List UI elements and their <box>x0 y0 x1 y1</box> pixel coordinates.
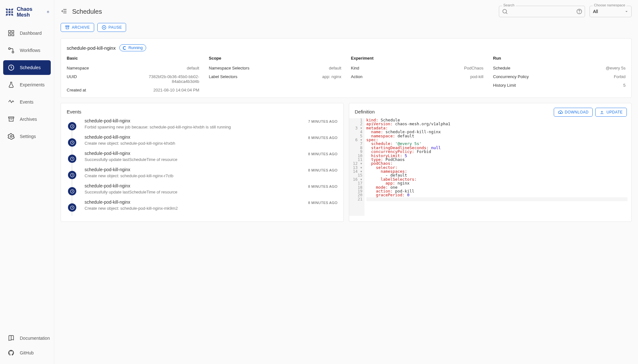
code-editor[interactable]: 123 ▾456 ▾789101112 ▾13 ▾14 ▾1516 ▾17181… <box>349 118 632 216</box>
event-time: 7 MINUTES AGO <box>308 118 337 123</box>
kv-key: Kind <box>351 66 359 70</box>
event-item[interactable]: schedule-pod-kill-nginxCreate new object… <box>67 135 338 151</box>
pause-button[interactable]: PAUSE <box>97 23 126 32</box>
search-field: Search <box>499 6 585 17</box>
svg-rect-20 <box>12 34 14 36</box>
sidebar-item-label: Events <box>20 99 34 105</box>
sidebar-item-label: GitHub <box>20 350 34 355</box>
svg-point-21 <box>9 48 11 50</box>
sidebar-item-label: Archives <box>20 117 37 122</box>
logo[interactable]: Chaos Mesh® <box>0 0 54 26</box>
chaos-mesh-icon <box>5 7 14 17</box>
event-desc: Create new object: schedule-pod-kill-ngi… <box>85 206 178 211</box>
svg-point-16 <box>11 14 13 16</box>
svg-point-12 <box>9 11 10 13</box>
svg-rect-24 <box>9 117 14 118</box>
event-desc: Create new object: schedule-pod-kill-ngi… <box>85 141 175 146</box>
update-button[interactable]: UPDATE <box>595 108 627 117</box>
svg-point-13 <box>11 11 13 13</box>
kv-value: 7382bf2b-0b36-45b0-bb02-84abca4b3d4b <box>148 74 199 84</box>
search-input[interactable] <box>499 6 585 17</box>
collapse-sidebar-button[interactable] <box>61 8 68 16</box>
gear-icon <box>8 133 15 140</box>
help-icon[interactable] <box>576 8 582 16</box>
svg-point-34 <box>102 25 106 29</box>
section-title: Experiment <box>351 56 484 61</box>
event-time: 8 MINUTES AGO <box>308 135 337 140</box>
action-row: ARCHIVE PAUSE <box>61 23 632 32</box>
section-title: Run <box>493 56 626 61</box>
svg-point-10 <box>11 9 13 10</box>
event-title: schedule-pod-kill-nginx <box>85 151 177 156</box>
clock-icon <box>68 155 76 163</box>
sidebar-item-experiments[interactable]: Experiments <box>3 77 51 92</box>
workflows-icon <box>8 47 15 54</box>
book-icon <box>8 335 15 342</box>
event-desc: Successfully update lastScheduleTime of … <box>85 157 177 162</box>
search-label: Search <box>502 3 516 7</box>
schedule-name: schedule-pod-kill-nginx <box>67 45 116 51</box>
event-title: schedule-pod-kill-nginx <box>85 167 173 172</box>
svg-point-25 <box>10 135 12 137</box>
event-item[interactable]: schedule-pod-kill-nginxSuccessfully upda… <box>67 183 338 200</box>
archive-icon <box>65 25 70 30</box>
sidebar-item-settings[interactable]: Settings <box>3 129 51 144</box>
sidebar-item-dashboard[interactable]: Dashboard <box>3 26 51 40</box>
kv-value: default <box>187 66 199 70</box>
sidebar-item-events[interactable]: Events <box>3 95 51 109</box>
namespace-select[interactable]: All <box>589 6 632 17</box>
spinner-icon <box>123 46 126 50</box>
svg-point-32 <box>579 13 580 13</box>
svg-rect-19 <box>9 34 11 36</box>
sidebar-item-workflows[interactable]: Workflows <box>3 43 51 58</box>
svg-point-8 <box>6 9 8 10</box>
event-time: 8 MINUTES AGO <box>308 183 337 188</box>
clock-icon <box>68 171 76 179</box>
scope-section: Scope Namespace Selectorsdefault Label S… <box>209 56 341 94</box>
archive-button[interactable]: ARCHIVE <box>61 23 94 32</box>
sidebar-item-github[interactable]: GitHub <box>3 346 51 360</box>
section-title: Basic <box>67 56 199 61</box>
sidebar-item-documentation[interactable]: Documentation <box>3 331 51 346</box>
event-item[interactable]: schedule-pod-kill-nginxCreate new object… <box>67 167 338 183</box>
kv-key: History Limit <box>493 83 516 88</box>
namespace-field: Choose namespace All <box>589 6 632 17</box>
archive-icon <box>8 116 15 123</box>
event-item[interactable]: schedule-pod-kill-nginxSuccessfully upda… <box>67 151 338 167</box>
kv-value: Forbid <box>614 74 626 79</box>
event-title: schedule-pod-kill-nginx <box>85 200 178 205</box>
search-icon <box>502 8 508 16</box>
event-item[interactable]: schedule-pod-kill-nginxForbid spawning n… <box>67 118 338 135</box>
kv-value: 2021-08-10 14:04:04 PM <box>153 88 199 92</box>
sidebar-item-label: Schedules <box>20 65 41 70</box>
svg-line-30 <box>506 12 507 14</box>
pause-button-label: PAUSE <box>109 25 122 30</box>
definition-card: Definition DOWNLOAD UPDATE 123 ▾456 ▾789… <box>349 103 632 222</box>
flask-icon <box>8 81 15 88</box>
event-item[interactable]: schedule-pod-kill-nginxCreate new object… <box>67 200 338 216</box>
sidebar: Chaos Mesh® Dashboard Workflows Schedule… <box>0 0 54 364</box>
events-title: Events <box>61 103 343 118</box>
event-desc: Create new object: schedule-pod-kill-ngi… <box>85 173 173 178</box>
schedule-detail-card: schedule-pod-kill-nginx Running Basic Na… <box>61 38 632 98</box>
basic-section: Basic Namespacedefault UUID7382bf2b-0b36… <box>67 56 199 94</box>
sidebar-item-archives[interactable]: Archives <box>3 112 51 127</box>
page-title: Schedules <box>72 8 494 15</box>
namespace-label: Choose namespace <box>593 3 627 7</box>
nav-list: Dashboard Workflows Schedules Experiment… <box>0 26 54 331</box>
dashboard-icon <box>8 30 15 37</box>
run-section: Run Schedule@every 5s Concurrency Policy… <box>493 56 626 94</box>
sidebar-item-label: Experiments <box>20 82 45 87</box>
sidebar-item-label: Dashboard <box>20 31 42 36</box>
svg-point-22 <box>12 51 14 53</box>
events-card: Events schedule-pod-kill-nginxForbid spa… <box>61 103 344 222</box>
kv-key: Concurrency Policy <box>493 74 529 79</box>
kv-value: default <box>329 66 341 70</box>
sidebar-item-label: Settings <box>20 134 36 139</box>
sidebar-item-schedules[interactable]: Schedules <box>3 60 51 75</box>
svg-rect-17 <box>9 31 11 33</box>
update-button-label: UPDATE <box>606 110 623 114</box>
event-desc: Successfully update lastScheduleTime of … <box>85 190 177 194</box>
clock-icon <box>8 64 15 71</box>
download-button[interactable]: DOWNLOAD <box>554 108 593 117</box>
